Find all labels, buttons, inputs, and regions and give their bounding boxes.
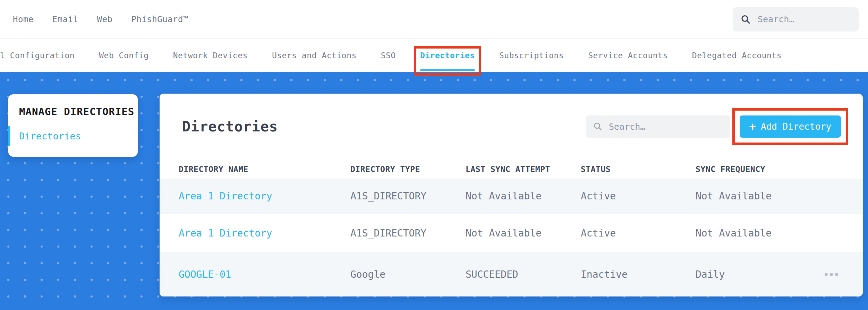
table-row: Area 1 Directory A1S_DIRECTORY Not Avail… — [160, 179, 863, 214]
global-search-box[interactable] — [733, 7, 859, 32]
top-bar: Home Email Web PhishGuard™ — [0, 0, 868, 39]
status-cell: Active — [581, 190, 696, 202]
nav-item-phishguard[interactable]: PhishGuard™ — [131, 15, 188, 24]
tab-label: Service Accounts — [588, 51, 668, 60]
tab-web-config[interactable]: Web Config — [99, 39, 148, 72]
directory-link[interactable]: Area 1 Directory — [179, 190, 350, 202]
manage-directories-card: MANAGE DIRECTORIES Directories — [8, 94, 138, 157]
last-sync-cell: Not Available — [466, 190, 581, 202]
sync-frequency-cell: Daily — [696, 269, 825, 280]
tab-label: Web Config — [99, 51, 148, 60]
tab-label: Users and Actions — [272, 51, 357, 60]
column-header-directory-name: DIRECTORY NAME — [179, 165, 350, 174]
tab-configuration[interactable]: l Configuration — [0, 39, 75, 72]
directory-type-cell: Google — [350, 269, 466, 280]
page-title: Directories — [182, 119, 278, 135]
tab-network-devices[interactable]: Network Devices — [173, 39, 248, 72]
column-header-sync-frequency: SYNC FREQUENCY — [696, 165, 825, 174]
column-header-directory-type: DIRECTORY TYPE — [350, 165, 466, 174]
primary-nav: Home Email Web PhishGuard™ — [13, 15, 188, 24]
column-header-status: STATUS — [581, 165, 696, 174]
column-header-last-sync: LAST SYNC ATTEMPT — [466, 165, 581, 174]
panel-header: Directories + Add Directory — [160, 94, 863, 160]
sidebar-item-label: Directories — [19, 131, 81, 141]
directories-panel: Directories + Add Directory D — [160, 94, 863, 296]
tab-label: Delegated Accounts — [692, 51, 782, 60]
tab-label: SSO — [381, 51, 396, 60]
add-directory-button[interactable]: + Add Directory — [740, 115, 841, 138]
nav-item-home[interactable]: Home — [13, 15, 34, 24]
sidebar-heading: MANAGE DIRECTORIES — [19, 106, 138, 118]
directories-search-input[interactable] — [609, 122, 723, 132]
settings-tab-bar: l Configuration Web Config Network Devic… — [0, 39, 868, 72]
tab-users-and-actions[interactable]: Users and Actions — [272, 39, 357, 72]
directory-link[interactable]: Area 1 Directory — [179, 227, 350, 239]
tab-directories[interactable]: Directories — [420, 39, 475, 72]
sync-frequency-cell: Not Available — [696, 190, 825, 202]
row-actions-ellipsis-icon[interactable] — [825, 273, 863, 276]
directory-type-cell: A1S_DIRECTORY — [350, 227, 466, 239]
directory-type-cell: A1S_DIRECTORY — [350, 190, 466, 202]
tab-subscriptions[interactable]: Subscriptions — [499, 39, 564, 72]
tab-service-accounts[interactable]: Service Accounts — [588, 39, 668, 72]
search-icon — [593, 122, 603, 131]
global-search-input[interactable] — [758, 14, 851, 24]
tab-sso[interactable]: SSO — [381, 39, 396, 72]
tab-label: l Configuration — [0, 51, 75, 60]
active-tab-underline — [420, 69, 475, 71]
search-icon — [740, 14, 751, 25]
plus-icon: + — [749, 121, 756, 132]
nav-item-email[interactable]: Email — [52, 15, 78, 24]
last-sync-cell: Not Available — [466, 227, 581, 239]
status-cell: Active — [581, 227, 696, 239]
content-area: MANAGE DIRECTORIES Directories Directori… — [0, 72, 868, 310]
nav-item-web[interactable]: Web — [97, 15, 113, 24]
status-cell: Inactive — [581, 269, 696, 280]
tab-label: Subscriptions — [499, 51, 564, 60]
last-sync-cell: SUCCEEDED — [466, 269, 581, 280]
app-window: Home Email Web PhishGuard™ l Configurati… — [0, 0, 868, 310]
directory-link[interactable]: GOOGLE-01 — [179, 269, 350, 280]
directories-search-box[interactable] — [586, 115, 730, 138]
table-row: GOOGLE-01 Google SUCCEEDED Inactive Dail… — [160, 252, 863, 296]
table-header-row: DIRECTORY NAME DIRECTORY TYPE LAST SYNC … — [160, 160, 863, 179]
sync-frequency-cell: Not Available — [696, 227, 825, 239]
tab-label: Directories — [420, 51, 475, 60]
tab-label: Network Devices — [173, 51, 248, 60]
table-row: Area 1 Directory A1S_DIRECTORY Not Avail… — [160, 214, 863, 252]
add-directory-label: Add Directory — [761, 121, 832, 132]
annotation-box-add-directory: + Add Directory — [732, 108, 848, 145]
sidebar-item-directories[interactable]: Directories — [8, 126, 138, 146]
tab-delegated-accounts[interactable]: Delegated Accounts — [692, 39, 782, 72]
